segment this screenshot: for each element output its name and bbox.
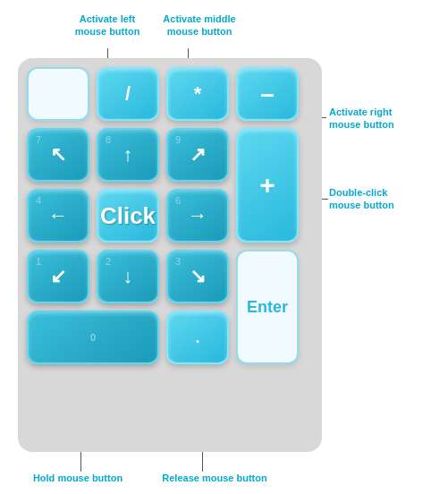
key-minus[interactable]: – [236,67,299,121]
key-6[interactable]: 6 → [166,189,229,243]
label-activate-right: Activate rightmouse button [329,106,445,132]
key-3[interactable]: 3 ↘ [166,250,229,303]
label-activate-left: Activate left mouse button [67,13,148,38]
label-hold-mouse: Hold mouse button [20,472,136,484]
key-0[interactable]: 0 [27,311,159,364]
key-7[interactable]: 7 ↖ [27,128,89,182]
label-release-mouse: Release mouse button [152,472,277,484]
key-multiply[interactable]: * [166,67,229,121]
label-activate-middle: Activate middle mouse button [159,13,240,38]
label-double-click: Double-clickmouse button [329,186,445,212]
key-plus[interactable]: + [236,128,299,243]
key-8[interactable]: 8 ↑ [97,128,159,182]
key-enter[interactable]: Enter [236,250,299,364]
key-decimal[interactable]: . [166,311,229,364]
key-4[interactable]: 4 ← [27,189,89,243]
key-5-click[interactable]: Click [97,189,159,243]
key-numlock[interactable] [27,67,89,121]
key-2[interactable]: 2 ↓ [97,250,159,303]
numpad-grid: / * – 7 ↖ 8 ↑ 9 ↗ + 4 ← Click 6 → 1 ↙ 2 … [27,67,313,364]
key-9[interactable]: 9 ↗ [166,128,229,182]
key-1[interactable]: 1 ↙ [27,250,89,303]
key-divide[interactable]: / [97,67,159,121]
